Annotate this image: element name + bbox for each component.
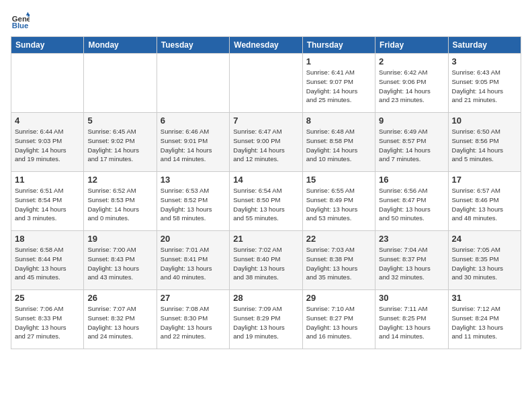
calendar-cell: 25Sunrise: 7:06 AM Sunset: 8:33 PM Dayli…: [11, 290, 84, 349]
day-info: Sunrise: 7:00 AM Sunset: 8:43 PM Dayligh…: [87, 245, 152, 282]
week-row-3: 11Sunrise: 6:51 AM Sunset: 8:54 PM Dayli…: [11, 172, 521, 231]
day-info: Sunrise: 6:42 AM Sunset: 9:06 PM Dayligh…: [379, 68, 444, 105]
day-info: Sunrise: 6:48 AM Sunset: 8:58 PM Dayligh…: [306, 127, 371, 164]
day-info: Sunrise: 6:44 AM Sunset: 9:03 PM Dayligh…: [15, 127, 80, 164]
day-number: 17: [452, 175, 517, 185]
day-info: Sunrise: 6:41 AM Sunset: 9:07 PM Dayligh…: [306, 68, 371, 105]
week-row-4: 18Sunrise: 6:58 AM Sunset: 8:44 PM Dayli…: [11, 231, 521, 290]
calendar-cell: 5Sunrise: 6:45 AM Sunset: 9:02 PM Daylig…: [84, 113, 157, 172]
calendar-cell: 26Sunrise: 7:07 AM Sunset: 8:32 PM Dayli…: [84, 290, 157, 349]
calendar-cell: 19Sunrise: 7:00 AM Sunset: 8:43 PM Dayli…: [84, 231, 157, 290]
logo: General Blue: [11, 11, 34, 30]
page-header: General Blue: [11, 11, 521, 30]
day-info: Sunrise: 7:01 AM Sunset: 8:41 PM Dayligh…: [161, 245, 226, 282]
day-number: 21: [233, 234, 298, 244]
calendar-cell: 6Sunrise: 6:46 AM Sunset: 9:01 PM Daylig…: [157, 113, 229, 172]
calendar-cell: 13Sunrise: 6:53 AM Sunset: 8:52 PM Dayli…: [157, 172, 229, 231]
day-number: 13: [161, 175, 226, 185]
day-info: Sunrise: 7:10 AM Sunset: 8:27 PM Dayligh…: [306, 304, 371, 341]
day-number: 26: [87, 293, 152, 303]
day-info: Sunrise: 6:54 AM Sunset: 8:50 PM Dayligh…: [233, 186, 298, 223]
calendar-cell: 2Sunrise: 6:42 AM Sunset: 9:06 PM Daylig…: [375, 54, 448, 113]
calendar-cell: 16Sunrise: 6:56 AM Sunset: 8:47 PM Dayli…: [375, 172, 448, 231]
day-number: 6: [161, 116, 226, 126]
day-info: Sunrise: 6:53 AM Sunset: 8:52 PM Dayligh…: [161, 186, 226, 223]
calendar-cell: 17Sunrise: 6:57 AM Sunset: 8:46 PM Dayli…: [448, 172, 521, 231]
calendar-cell: 22Sunrise: 7:03 AM Sunset: 8:38 PM Dayli…: [302, 231, 375, 290]
day-info: Sunrise: 6:47 AM Sunset: 9:00 PM Dayligh…: [233, 127, 298, 164]
calendar-cell: 27Sunrise: 7:08 AM Sunset: 8:30 PM Dayli…: [157, 290, 229, 349]
day-info: Sunrise: 6:43 AM Sunset: 9:05 PM Dayligh…: [452, 68, 517, 105]
day-number: 12: [87, 175, 152, 185]
calendar-cell: 21Sunrise: 7:02 AM Sunset: 8:40 PM Dayli…: [230, 231, 302, 290]
day-number: 25: [15, 293, 80, 303]
col-header-tuesday: Tuesday: [157, 37, 229, 54]
day-number: 3: [452, 56, 517, 66]
calendar-cell: 31Sunrise: 7:12 AM Sunset: 8:24 PM Dayli…: [448, 290, 521, 349]
day-info: Sunrise: 6:57 AM Sunset: 8:46 PM Dayligh…: [452, 186, 517, 223]
calendar-cell: 29Sunrise: 7:10 AM Sunset: 8:27 PM Dayli…: [302, 290, 375, 349]
day-info: Sunrise: 7:06 AM Sunset: 8:33 PM Dayligh…: [15, 304, 80, 341]
day-number: 27: [161, 293, 226, 303]
day-info: Sunrise: 6:51 AM Sunset: 8:54 PM Dayligh…: [15, 186, 80, 223]
day-number: 29: [306, 293, 371, 303]
week-row-5: 25Sunrise: 7:06 AM Sunset: 8:33 PM Dayli…: [11, 290, 521, 349]
day-number: 31: [452, 293, 517, 303]
day-number: 9: [379, 116, 444, 126]
day-number: 28: [233, 293, 298, 303]
day-info: Sunrise: 6:56 AM Sunset: 8:47 PM Dayligh…: [379, 186, 444, 223]
day-number: 10: [452, 116, 517, 126]
day-info: Sunrise: 7:05 AM Sunset: 8:35 PM Dayligh…: [452, 245, 517, 282]
day-number: 18: [15, 234, 80, 244]
day-number: 16: [379, 175, 444, 185]
day-number: 7: [233, 116, 298, 126]
day-number: 22: [306, 234, 371, 244]
day-info: Sunrise: 6:46 AM Sunset: 9:01 PM Dayligh…: [161, 127, 226, 164]
calendar-cell: 7Sunrise: 6:47 AM Sunset: 9:00 PM Daylig…: [230, 113, 302, 172]
day-number: 15: [306, 175, 371, 185]
day-info: Sunrise: 7:11 AM Sunset: 8:25 PM Dayligh…: [379, 304, 444, 341]
calendar-cell: 28Sunrise: 7:09 AM Sunset: 8:29 PM Dayli…: [230, 290, 302, 349]
calendar-cell: [11, 54, 84, 113]
day-info: Sunrise: 6:52 AM Sunset: 8:53 PM Dayligh…: [87, 186, 152, 223]
calendar-cell: 9Sunrise: 6:49 AM Sunset: 8:57 PM Daylig…: [375, 113, 448, 172]
day-info: Sunrise: 7:09 AM Sunset: 8:29 PM Dayligh…: [233, 304, 298, 341]
day-number: 5: [87, 116, 152, 126]
calendar-cell: 1Sunrise: 6:41 AM Sunset: 9:07 PM Daylig…: [302, 54, 375, 113]
day-number: 2: [379, 56, 444, 66]
calendar-cell: 8Sunrise: 6:48 AM Sunset: 8:58 PM Daylig…: [302, 113, 375, 172]
day-number: 19: [87, 234, 152, 244]
col-header-friday: Friday: [375, 37, 448, 54]
day-info: Sunrise: 7:04 AM Sunset: 8:37 PM Dayligh…: [379, 245, 444, 282]
day-number: 8: [306, 116, 371, 126]
day-info: Sunrise: 6:58 AM Sunset: 8:44 PM Dayligh…: [15, 245, 80, 282]
calendar-table: SundayMondayTuesdayWednesdayThursdayFrid…: [11, 36, 521, 349]
col-header-saturday: Saturday: [448, 37, 521, 54]
calendar-cell: 20Sunrise: 7:01 AM Sunset: 8:41 PM Dayli…: [157, 231, 229, 290]
day-info: Sunrise: 6:45 AM Sunset: 9:02 PM Dayligh…: [87, 127, 152, 164]
day-info: Sunrise: 6:50 AM Sunset: 8:56 PM Dayligh…: [452, 127, 517, 164]
week-row-1: 1Sunrise: 6:41 AM Sunset: 9:07 PM Daylig…: [11, 54, 521, 113]
day-number: 20: [161, 234, 226, 244]
calendar-cell: 4Sunrise: 6:44 AM Sunset: 9:03 PM Daylig…: [11, 113, 84, 172]
calendar-cell: 3Sunrise: 6:43 AM Sunset: 9:05 PM Daylig…: [448, 54, 521, 113]
calendar-cell: 18Sunrise: 6:58 AM Sunset: 8:44 PM Dayli…: [11, 231, 84, 290]
day-info: Sunrise: 7:07 AM Sunset: 8:32 PM Dayligh…: [87, 304, 152, 341]
calendar-cell: 12Sunrise: 6:52 AM Sunset: 8:53 PM Dayli…: [84, 172, 157, 231]
day-number: 14: [233, 175, 298, 185]
col-header-wednesday: Wednesday: [230, 37, 302, 54]
day-number: 30: [379, 293, 444, 303]
calendar-cell: 23Sunrise: 7:04 AM Sunset: 8:37 PM Dayli…: [375, 231, 448, 290]
day-number: 23: [379, 234, 444, 244]
calendar-cell: [84, 54, 157, 113]
col-header-thursday: Thursday: [302, 37, 375, 54]
calendar-cell: 15Sunrise: 6:55 AM Sunset: 8:49 PM Dayli…: [302, 172, 375, 231]
calendar-cell: [230, 54, 302, 113]
day-info: Sunrise: 7:03 AM Sunset: 8:38 PM Dayligh…: [306, 245, 371, 282]
calendar-cell: [157, 54, 229, 113]
calendar-cell: 14Sunrise: 6:54 AM Sunset: 8:50 PM Dayli…: [230, 172, 302, 231]
calendar-cell: 11Sunrise: 6:51 AM Sunset: 8:54 PM Dayli…: [11, 172, 84, 231]
day-info: Sunrise: 7:12 AM Sunset: 8:24 PM Dayligh…: [452, 304, 517, 341]
day-number: 24: [452, 234, 517, 244]
week-row-2: 4Sunrise: 6:44 AM Sunset: 9:03 PM Daylig…: [11, 113, 521, 172]
